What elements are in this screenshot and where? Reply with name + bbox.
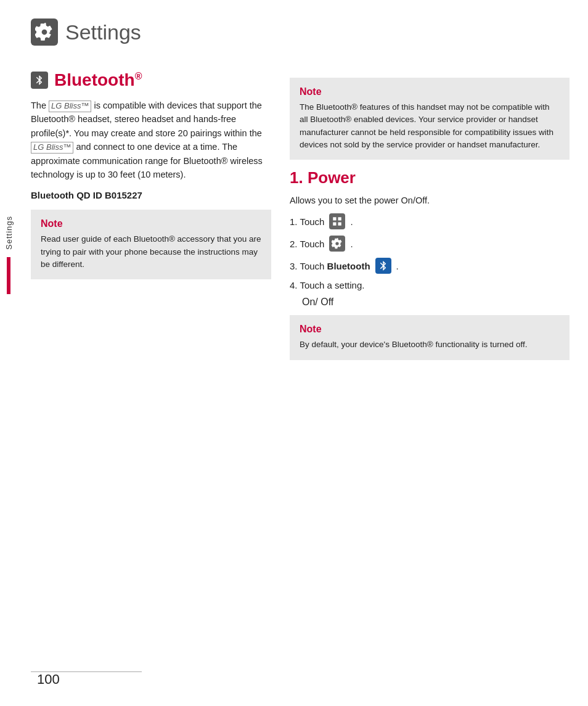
note2-title: Note: [300, 86, 560, 97]
step1-icon: [329, 213, 345, 229]
sidebar-tab-bar: [7, 257, 10, 294]
bluetooth-heading: Bluetooth®: [31, 70, 271, 90]
step2-dot: .: [350, 239, 353, 249]
main-content: Settings Bluetooth® The LG Bliss™ is com…: [31, 18, 570, 669]
power-section-heading: 1. Power: [290, 168, 570, 187]
power-desc: Allows you to set the power On/Off.: [290, 194, 570, 207]
page-title: Settings: [65, 20, 141, 44]
lg-brand-logo: LG Bliss™: [49, 101, 91, 112]
bluetooth-title: Bluetooth®: [54, 70, 142, 90]
step3-label: 3. Touch Bluetooth: [290, 261, 370, 271]
settings-gear-icon: [31, 18, 58, 46]
bluetooth-qd-id: Bluetooth QD ID B015227: [31, 188, 271, 202]
note-box-3: Note By default, your device's Bluetooth…: [290, 315, 570, 359]
note-box-1: Note Read user guide of each Bluetooth® …: [31, 210, 271, 279]
note1-text: Read user guide of each Bluetooth® acces…: [41, 233, 261, 271]
step2-icon: [329, 236, 345, 252]
settings-header: Settings: [31, 18, 570, 52]
step3-dot: .: [396, 261, 399, 271]
sidebar-tab-label: Settings: [4, 216, 14, 250]
left-column: Bluetooth® The LG Bliss™ is compatible w…: [31, 70, 271, 669]
step4-label: 4. Touch a setting.: [290, 280, 364, 290]
step3-bluetooth-icon: [375, 258, 391, 274]
step-4: 4. Touch a setting.: [290, 280, 570, 290]
note1-title: Note: [41, 218, 261, 229]
step1-dot: .: [350, 216, 353, 227]
step3-bold-label: Bluetooth: [327, 261, 370, 271]
page-number: 100: [37, 671, 60, 688]
two-col-layout: Bluetooth® The LG Bliss™ is compatible w…: [31, 70, 570, 669]
bluetooth-body-text: The LG Bliss™ is compatible with devices…: [31, 99, 271, 182]
step-2: 2. Touch .: [290, 236, 570, 252]
step-1: 1. Touch .: [290, 213, 570, 229]
sidebar-tab: Settings: [0, 216, 17, 376]
on-off-option: On/ Off: [302, 297, 570, 308]
step-3: 3. Touch Bluetooth .: [290, 258, 570, 274]
note2-text: The Bluetooth® features of this handset …: [300, 101, 560, 151]
step1-label: 1. Touch: [290, 216, 324, 227]
bluetooth-section-icon: [31, 72, 48, 89]
note3-title: Note: [300, 324, 560, 335]
step2-label: 2. Touch: [290, 239, 324, 249]
note3-text: By default, your device's Bluetooth® fun…: [300, 339, 560, 351]
note-box-2: Note The Bluetooth® features of this han…: [290, 78, 570, 160]
lg-brand-logo-2: LG Bliss™: [31, 142, 73, 154]
right-column: Note The Bluetooth® features of this han…: [290, 70, 570, 669]
